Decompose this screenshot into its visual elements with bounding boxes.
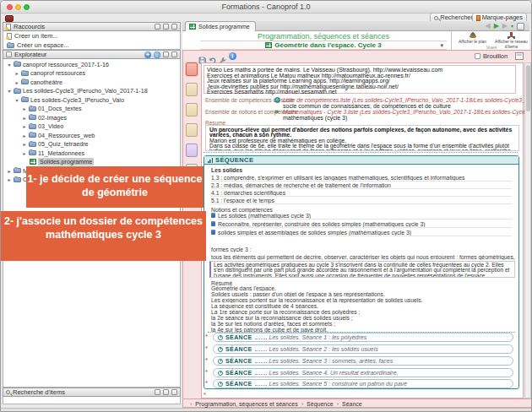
seance-row[interactable]: SÉANCE Les solides. Séance 3 : sommets, … [213,356,513,366]
print-mode-button[interactable] [186,103,198,117]
competence-list-link[interactable]: Liste de compétences.liste (Les solides-… [283,97,532,103]
tree-label: canoprof ressources_2017-1-16 [23,61,109,68]
panel-close-icon[interactable] [171,24,177,30]
tree-row[interactable]: ▸canoprof ressources [3,69,180,78]
preview-mode-button[interactable] [186,83,198,96]
breadcrumb-separator-icon: › [337,401,339,407]
edit-marker-icon: * [205,333,208,340]
search-items-panel-body [3,397,181,404]
sequence-title: Les solides [211,167,242,173]
seance-title: Les solides. Séance 3 : sommets, arêtes,… [269,358,394,364]
show-plan-button[interactable]: Afficher le plan [453,32,491,45]
tree-label: 05_Quiz_tetraedre [38,140,89,148]
fullscreen-icon[interactable] [515,52,524,60]
expand-icon[interactable]: ▸ [14,79,19,85]
search-items-title: Recherche d'items [13,388,65,396]
info-button[interactable]: i [229,52,236,60]
add-icon[interactable]: + [144,52,151,58]
tree-row-selected[interactable]: Solides.programme [3,158,180,166]
seance-row[interactable]: SÉANCE Les solides. Séance 4. Un résulta… [213,368,513,377]
expand-icon[interactable]: ▸ [7,176,12,182]
tree-row[interactable]: ▾Les solides-Cycle3_IPerucho_Valo_2017-1… [3,87,180,95]
expand-icon[interactable]: ▸ [22,115,27,121]
panel-close-icon[interactable] [171,389,177,395]
section-selector[interactable]: Géométrie dans l'espace. Cycle 3 ▾ [200,41,447,50]
edit-mode-button[interactable] [186,62,198,76]
competence-list-icon [274,97,280,103]
tree-row[interactable]: ▸03_Video [3,122,180,131]
dotted-leader [255,350,267,351]
collapse-icon[interactable]: ▾ [7,62,12,68]
clock-icon [218,382,223,387]
web-mode-button[interactable] [186,123,198,137]
history-dropdown-icon[interactable]: ▾ [511,22,513,30]
seance-row[interactable]: SÉANCE Les solides. Séance 1 : les polyè… [213,333,513,342]
sequence-block[interactable]: SÉQUENCE Les solides 1.3 : comprendre, s… [204,155,519,389]
panel-detach-icon[interactable] [155,24,160,30]
expand-icon[interactable]: ▸ [22,133,27,138]
tree-row[interactable]: ▸01_Docs_textes [3,105,180,113]
seance-row[interactable]: SÉANCE Les solides. Séance 5 : construir… [213,379,513,388]
expand-icon[interactable]: ▸ [22,141,27,147]
expand-icon[interactable]: ▸ [22,123,27,129]
panel-minimize-icon[interactable] [163,24,169,30]
panel-minimize-icon[interactable] [163,52,169,57]
tree-label: 01_Docs_textes [38,105,82,112]
panel-close-icon[interactable] [171,52,177,57]
detach-view-icon[interactable] [517,23,524,30]
section-separator [204,152,518,153]
dotted-leader [255,374,267,375]
clock-icon [218,347,223,352]
folder-icon [29,115,36,120]
vertical-scrollbar[interactable] [524,62,531,398]
seance-row[interactable]: SÉANCE Les solides. Séance 2 : les solid… [213,344,513,354]
annotation-step-1: 1- je décide de créer une séquence de gé… [26,166,204,208]
summary-line: Un parcours-élève qui permet d'aborder d… [209,127,515,138]
tree-row[interactable]: ▸05_Quiz_tetraedre [3,140,180,149]
draft-toggle[interactable]: Brouillon [475,52,508,60]
forward-icon[interactable]: ▶ [494,22,499,30]
breadcrumb-item[interactable]: Programmation, séquences et séances [195,401,297,407]
panel-minimize-icon[interactable] [163,389,169,395]
history-nav: ◀ ▶ ▶ ▾ [486,22,524,30]
next-item-icon[interactable]: ▶ [502,22,508,30]
create-item-action[interactable]: Créer un item... [3,31,180,41]
title-bar: Formations - Canoprof 1.0 [1,1,531,14]
resume-line: Solides usuels : passer d'un objet de l'… [211,291,385,297]
folder-icon [29,150,36,155]
resume-line: La 1re séance porte sur la reconnaissanc… [211,309,360,315]
tree-row[interactable]: ▸11_Metadonnees [3,149,180,157]
app-window: Formations - Canoprof 1.0 Rechercher Mar… [0,0,532,412]
expand-icon[interactable]: ▸ [22,150,27,156]
breadcrumb-item[interactable]: Séquence [307,401,334,407]
tab-solides-programme[interactable]: Solides.programme [185,21,256,31]
back-icon[interactable]: ◀ [486,22,491,30]
collapse-icon[interactable]: ▾ [14,97,19,103]
resume-line: la 3e sur les notions d'arêtes, faces et… [211,321,335,327]
scrollbar-thumb[interactable] [526,65,531,111]
tree-label: canoprof ressources [30,69,85,77]
collapse-icon[interactable]: ▾ [7,88,12,94]
socle-domain-line: 1.3 : comprendre, s'exprimer en utilisan… [211,174,512,182]
program-icon [30,159,36,165]
panel-detach-icon[interactable] [155,389,160,395]
draft-checkbox[interactable] [475,53,480,59]
seance-badge: SÉANCE [225,358,252,364]
expand-icon[interactable]: ▸ [7,168,12,174]
breadcrumb-item[interactable]: Séance [342,401,362,407]
tree-row[interactable]: ▸04_Ressources_web [3,131,180,139]
expand-icon[interactable]: ▸ [14,70,19,76]
tree-row[interactable]: ▾canoprof ressources_2017-1-16 [3,60,180,68]
refresh-icon[interactable]: ◎ [154,52,160,58]
slideshow-mode-button[interactable] [186,144,198,157]
plan-icon [470,32,476,39]
expand-icon[interactable]: ▸ [22,106,27,111]
chevron-down-icon[interactable]: ▾ [440,42,443,49]
create-space-action[interactable]: Créer un espace... [3,41,180,50]
summary-field[interactable]: Un parcours-élève qui permet d'aborder d… [205,125,519,151]
tree-row[interactable]: ▾Les solides-Cycle3_IPerucho_Valo [3,95,180,104]
tree-row[interactable]: ▸canothéâtre [3,78,180,86]
notion-list-link[interactable]: Mathématiques - Cycle 3.liste (Les solid… [283,109,532,115]
tree-row[interactable]: ▸02-Images [3,113,180,122]
seance-title: Les solides. Séance 4. Un résultat extra… [269,370,399,376]
